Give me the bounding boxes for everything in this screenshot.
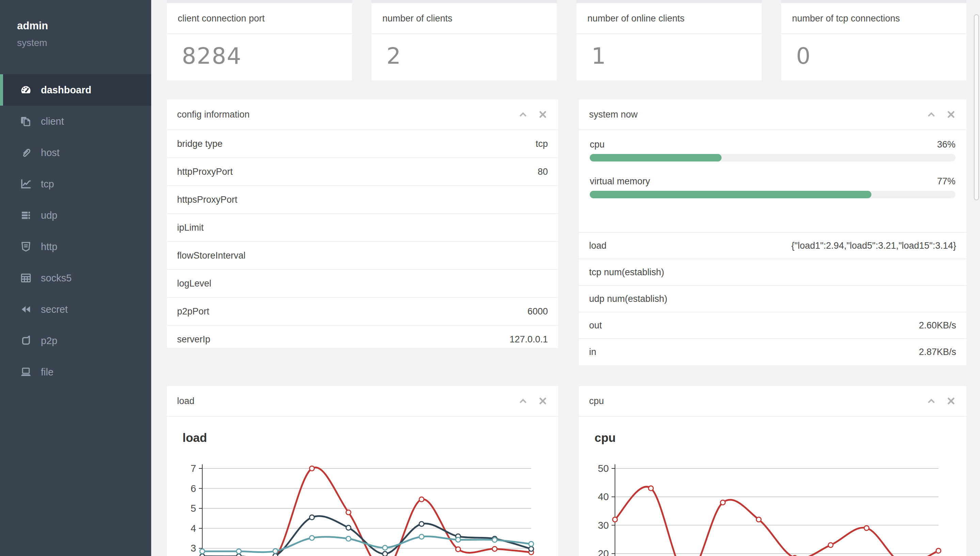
row-value: 80 xyxy=(538,166,548,177)
chart-data-point xyxy=(346,525,351,530)
chart-data-point xyxy=(346,510,351,515)
collapse-icon[interactable] xyxy=(518,109,528,120)
chart-data-point xyxy=(383,545,387,550)
secret-icon xyxy=(20,303,32,315)
close-icon[interactable] xyxy=(946,109,956,120)
memory-progress-track xyxy=(590,191,956,198)
chart-data-point xyxy=(309,535,314,540)
y-axis-tick: 20 xyxy=(598,548,609,556)
panel-actions xyxy=(926,109,956,120)
progress-section: cpu 36% virtual memory 77% xyxy=(579,130,966,232)
sidebar-item-tcp[interactable]: tcp xyxy=(0,168,151,200)
cpu-label: cpu xyxy=(590,139,605,150)
info-row: udp num(establish) xyxy=(579,285,966,312)
sidebar-item-dashboard[interactable]: dashboard xyxy=(0,74,151,106)
chart-data-point xyxy=(419,522,424,526)
chart-data-point xyxy=(492,546,497,551)
file-icon xyxy=(20,366,32,378)
info-row: serverIp127.0.0.1 xyxy=(167,325,558,353)
stat-card-title: number of online clients xyxy=(577,3,762,34)
chart-data-point xyxy=(612,517,617,522)
chart-title: load xyxy=(182,431,207,444)
info-row: httpProxyPort80 xyxy=(167,157,558,185)
cpu-progress-track xyxy=(590,154,956,162)
sidebar-item-label: http xyxy=(41,241,57,252)
collapse-icon[interactable] xyxy=(518,396,528,406)
row-label: bridge type xyxy=(177,139,536,149)
sidebar-item-client[interactable]: client xyxy=(0,106,151,137)
cpu-chart-panel: cpu cpu50403020 xyxy=(579,386,966,556)
stat-card-value: 2 xyxy=(371,34,557,69)
row-value: 2.60KB/s xyxy=(919,320,956,331)
info-row: ipLimit xyxy=(167,213,558,241)
sidebar-item-label: host xyxy=(41,147,60,158)
sidebar-item-http[interactable]: http xyxy=(0,231,151,262)
chart-data-point xyxy=(419,497,424,502)
chart-data-point xyxy=(273,549,278,554)
dashboard-page: admin system dashboardclienthosttcpudpht… xyxy=(0,0,980,556)
row-label: tcp num(establish) xyxy=(589,267,956,278)
row-value: tcp xyxy=(536,139,548,149)
p2p-icon xyxy=(20,335,32,347)
info-row: out2.60KB/s xyxy=(579,312,966,338)
socks5-icon xyxy=(20,272,32,284)
y-axis-tick: 4 xyxy=(191,523,196,534)
sidebar-item-socks5[interactable]: socks5 xyxy=(0,262,151,294)
panel-title: system now xyxy=(589,109,926,120)
sidebar-item-file[interactable]: file xyxy=(0,356,151,388)
sidebar-item-label: udp xyxy=(41,210,57,221)
config-information-panel: config information bridge typetcphttpPro… xyxy=(167,100,558,348)
chart-data-point xyxy=(236,549,241,554)
info-row: load{"load1":2.94,"load5":3.21,"load15":… xyxy=(579,233,966,259)
row-value: {"load1":2.94,"load5":3.21,"load15":3.14… xyxy=(791,241,956,251)
info-row: tcp num(establish) xyxy=(579,259,966,285)
chart-data-point xyxy=(828,543,833,548)
panel-actions xyxy=(926,396,956,406)
stat-card-title: client connection port xyxy=(167,3,352,34)
row-label: ipLimit xyxy=(177,223,548,233)
row-value: 6000 xyxy=(527,306,548,317)
collapse-icon[interactable] xyxy=(926,396,936,406)
sidebar-item-label: file xyxy=(41,367,53,378)
load-line-chart: load76543 xyxy=(167,417,558,556)
vertical-scrollbar-thumb[interactable] xyxy=(974,14,979,200)
y-axis-tick: 30 xyxy=(598,520,609,531)
sidebar-item-label: secret xyxy=(41,304,68,315)
dashboard-icon xyxy=(20,84,32,96)
sidebar-item-label: socks5 xyxy=(41,273,71,284)
y-axis-tick: 5 xyxy=(191,503,196,514)
collapse-icon[interactable] xyxy=(926,109,936,120)
sidebar: admin system dashboardclienthosttcpudpht… xyxy=(0,0,151,556)
row-label: httpsProxyPort xyxy=(177,194,548,205)
close-icon[interactable] xyxy=(538,109,548,120)
sidebar-item-host[interactable]: host xyxy=(0,137,151,168)
stat-card-value: 1 xyxy=(577,34,762,69)
row-label: p2pPort xyxy=(177,306,527,317)
chart-data-point xyxy=(200,549,205,554)
host-icon xyxy=(20,147,32,159)
stat-card-value: 8284 xyxy=(167,34,352,69)
chart-data-point xyxy=(236,554,241,556)
tcp-icon xyxy=(20,178,32,190)
config-rows: bridge typetcphttpProxyPort80httpsProxyP… xyxy=(167,130,558,353)
stat-card-value: 0 xyxy=(781,34,966,69)
sidebar-item-secret[interactable]: secret xyxy=(0,294,151,325)
close-icon[interactable] xyxy=(946,396,956,406)
close-icon[interactable] xyxy=(538,396,548,406)
panel-header: cpu xyxy=(579,386,966,417)
stat-card: number of online clients1 xyxy=(577,3,762,81)
chart-data-point xyxy=(529,542,534,546)
info-row: flowStoreInterval xyxy=(167,241,558,269)
info-row: bridge typetcp xyxy=(167,130,558,157)
sidebar-item-p2p[interactable]: p2p xyxy=(0,325,151,356)
load-chart-panel: load load76543 xyxy=(167,386,558,556)
row-label: in xyxy=(589,347,919,357)
card-top-strip xyxy=(167,0,352,3)
chart-data-point xyxy=(936,548,941,553)
row-label: httpProxyPort xyxy=(177,166,538,177)
sidebar-item-udp[interactable]: udp xyxy=(0,200,151,231)
row-value: 2.87KB/s xyxy=(919,347,956,357)
stat-card: number of tcp connections0 xyxy=(781,3,966,81)
panel-title: config information xyxy=(177,109,518,120)
panel-actions xyxy=(518,396,548,406)
